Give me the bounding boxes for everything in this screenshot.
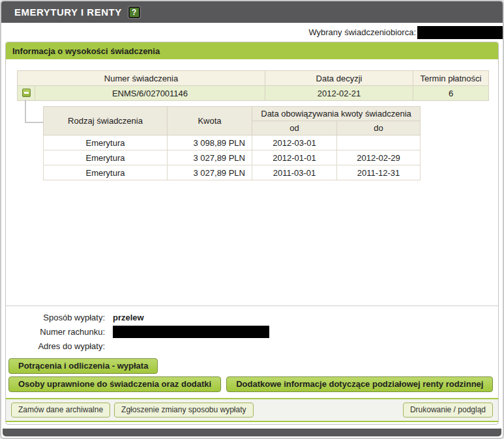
beneficiary-label: Wybrany świadczeniobiorca:: [308, 27, 416, 37]
do-cell: 2011-12-31: [337, 165, 421, 180]
amount-row: Emerytura 3 098,89 PLN 2012-03-01: [44, 135, 421, 150]
col-header-data-decyzji: Data decyzji: [265, 71, 413, 86]
od-cell: 2011-03-01: [252, 165, 337, 180]
tree-connector: [25, 100, 44, 123]
col-header-termin-platnosci: Termin płatności: [413, 71, 489, 86]
amounts-table: Rodzaj świadczenia Kwota Data obowiązywa…: [43, 106, 421, 180]
panel-header: Informacja o wysokości świadczenia: [6, 42, 498, 59]
do-cell: 2012-02-29: [337, 150, 421, 165]
print-preview-button[interactable]: Drukowanie / podgląd: [403, 403, 493, 418]
entitled-persons-button[interactable]: Osoby uprawnione do świadczenia oraz dod…: [8, 376, 221, 392]
title-bar: EMERYTURY I RENTY ?: [1, 1, 503, 23]
amounts-header-row-1: Rodzaj świadczenia Kwota Data obowiązywa…: [44, 107, 421, 121]
actions-row-2: Osoby uprawnione do świadczenia oraz dod…: [8, 376, 496, 392]
benefit-number-cell: ENMS/6/027001146: [35, 86, 265, 101]
collapse-row-icon[interactable]: [22, 89, 31, 97]
emerytury-window: EMERYTURY I RENTY ? Wybrany świadczeniob…: [0, 0, 504, 439]
redacted-beneficiary-name: [417, 26, 503, 39]
payment-method-row: Sposób wypłaty: przelew: [6, 311, 498, 324]
benefit-info-panel: Informacja o wysokości świadczenia Numer…: [5, 42, 499, 425]
col-header-do: do: [337, 121, 421, 135]
order-archive-data-button[interactable]: Zamów dane archiwalne: [11, 403, 110, 418]
payment-method-value: przelew: [113, 313, 144, 322]
decision-date-cell: 2012-02-21: [265, 86, 413, 101]
kwota-cell: 3 027,89 PLN: [168, 150, 252, 165]
rodzaj-cell: Emerytura: [44, 165, 168, 180]
payout-address-row: Adres do wypłaty:: [6, 340, 498, 352]
table-area: Numer świadczenia Data decyzji Termin pł…: [6, 59, 498, 305]
footer-left-group: Zamów dane archiwalne Zgłoszenie zmiany …: [11, 403, 254, 418]
beneficiary-strip: Wybrany świadczeniobiorca:: [1, 23, 503, 42]
col-header-data-obowiazywania: Data obowiązywania kwoty świadczenia: [252, 107, 421, 121]
benefit-row[interactable]: ENMS/6/027001146 2012-02-21 6: [18, 86, 489, 101]
help-icon[interactable]: ?: [128, 7, 140, 18]
do-cell: [337, 135, 421, 150]
col-header-kwota: Kwota: [168, 107, 252, 135]
od-cell: 2012-01-01: [252, 150, 337, 165]
payment-change-request-button[interactable]: Zgłoszenie zmiany sposobu wypłaty: [114, 403, 253, 418]
amount-row: Emerytura 3 027,89 PLN 2011-03-01 2011-1…: [44, 165, 421, 180]
deductions-button[interactable]: Potrącenia i odliczenia - wypłata: [8, 358, 158, 374]
panel-title: Informacja o wysokości świadczenia: [12, 46, 160, 56]
action-buttons-section: Potrącenia i odliczenia - wypłata Osoby …: [6, 357, 498, 398]
account-number-label: Numer rachunku:: [6, 327, 105, 337]
kwota-cell: 3 098,89 PLN: [168, 135, 252, 150]
additional-info-button[interactable]: Dodatkowe informacje dotyczące podziałow…: [226, 376, 493, 392]
kwota-cell: 3 027,89 PLN: [168, 165, 252, 180]
collapse-cell: [18, 86, 35, 101]
payment-method-label: Sposób wypłaty:: [6, 313, 105, 322]
col-header-od: od: [252, 121, 337, 135]
actions-row-1: Potrącenia i odliczenia - wypłata: [8, 358, 496, 374]
rodzaj-cell: Emerytura: [44, 150, 168, 165]
payment-info-section: Sposób wypłaty: przelew Numer rachunku: …: [6, 306, 498, 357]
amount-row: Emerytura 3 027,89 PLN 2012-01-01 2012-0…: [44, 150, 421, 165]
bottom-window-chrome: [3, 429, 501, 436]
page-title: EMERYTURY I RENTY: [14, 7, 122, 18]
od-cell: 2012-03-01: [252, 135, 337, 150]
col-header-numer-swiadczenia: Numer świadczenia: [18, 71, 265, 86]
payment-term-cell: 6: [413, 86, 489, 101]
rodzaj-cell: Emerytura: [44, 135, 168, 150]
col-header-rodzaj: Rodzaj świadczenia: [44, 107, 168, 135]
benefits-header-row: Numer świadczenia Data decyzji Termin pł…: [18, 71, 489, 86]
benefits-table: Numer świadczenia Data decyzji Termin pł…: [17, 70, 489, 101]
account-number-row: Numer rachunku:: [6, 326, 498, 338]
panel-footer-bar: Zamów dane archiwalne Zgłoszenie zmiany …: [6, 398, 498, 422]
payout-address-label: Adres do wypłaty:: [6, 341, 105, 351]
redacted-account-number: [113, 326, 269, 338]
